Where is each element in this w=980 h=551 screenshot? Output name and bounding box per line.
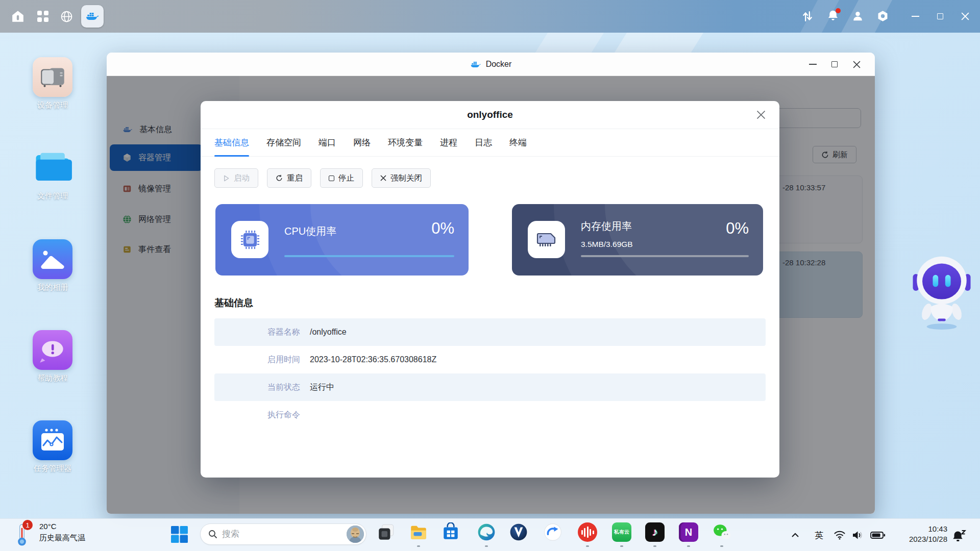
notification-bell-icon[interactable] <box>951 525 967 547</box>
memory-usage-card: 内存使用率 3.5MB/3.69GB 0% <box>512 204 763 276</box>
taskbar-app-wechat[interactable] <box>710 521 733 543</box>
cpu-usage-card: CPU使用率 0% <box>215 204 469 276</box>
tab-terminal[interactable]: 终端 <box>509 129 527 157</box>
docker-app-icon[interactable] <box>81 5 104 28</box>
settings-nut-icon[interactable] <box>877 10 889 22</box>
cpu-card-value: 0% <box>431 219 454 238</box>
force-close-label: 强制关闭 <box>390 173 422 184</box>
docker-window-titlebar: Docker <box>107 53 875 76</box>
tray-expand-chevron-icon[interactable] <box>788 524 803 546</box>
taskbar-app-onenote[interactable]: N <box>677 521 700 543</box>
taskbar-app-edge-browser[interactable] <box>475 521 498 543</box>
wifi-icon[interactable] <box>832 524 847 546</box>
taskbar-search-input[interactable] <box>222 529 324 539</box>
memory-card-detail: 3.5MB/3.69GB <box>581 240 633 249</box>
memory-card-title: 内存使用率 <box>581 219 632 233</box>
tray-input-language[interactable]: 英 <box>812 524 827 546</box>
tab-processes[interactable]: 进程 <box>440 129 457 157</box>
window-maximize-icon[interactable] <box>829 59 840 70</box>
cpu-card-title: CPU使用率 <box>284 224 336 238</box>
desktop-icon-file-manager[interactable]: 文件管理 <box>24 148 81 201</box>
music-bars-icon <box>578 522 597 542</box>
desktop-icon-photos[interactable]: 我的相册 <box>24 239 81 292</box>
desktop-icon-label: 任务管理器 <box>24 464 81 473</box>
globe-icon[interactable] <box>60 10 73 23</box>
modal-header: onlyoffice <box>201 101 779 129</box>
stop-button[interactable]: 停止 <box>320 168 363 188</box>
weather-desc[interactable]: 历史最高气温 <box>39 533 85 543</box>
tab-network[interactable]: 网络 <box>353 129 371 157</box>
notification-dot <box>836 8 841 13</box>
info-row-exec-command: 执行命令 <box>214 401 766 429</box>
running-indicator <box>653 545 656 547</box>
info-label: 启用时间 <box>214 355 300 365</box>
battery-icon[interactable] <box>869 524 887 546</box>
onenote-icon: N <box>679 522 698 542</box>
robot-assistant[interactable] <box>912 253 972 331</box>
desktop-icon-task-manager[interactable]: 任务管理器 <box>24 420 81 473</box>
apps-grid-icon[interactable] <box>37 11 48 22</box>
window-minimize-icon[interactable] <box>807 59 818 70</box>
file-manager-icon <box>33 148 72 188</box>
tab-storage[interactable]: 存储空间 <box>266 129 301 157</box>
desktop-icon-help-tutorial[interactable]: 帮助教程 <box>24 330 81 383</box>
system-maximize-icon[interactable] <box>935 11 946 21</box>
info-label: 执行命令 <box>214 410 300 420</box>
system-close-icon[interactable] <box>960 11 971 21</box>
input-language-label: 英 <box>815 530 824 541</box>
taskbar-app-private-cloud[interactable]: 私有云 <box>610 521 633 543</box>
window-close-icon[interactable] <box>851 59 862 70</box>
memory-card-value: 0% <box>726 219 749 238</box>
desktop-icon-label: 我的相册 <box>24 283 81 292</box>
help-tutorial-icon <box>33 330 72 370</box>
restart-label: 重启 <box>287 173 303 184</box>
modal-close-icon[interactable] <box>756 110 767 121</box>
tab-logs[interactable]: 日志 <box>475 129 492 157</box>
force-close-button[interactable]: 强制关闭 <box>372 168 431 188</box>
stop-icon <box>329 176 334 181</box>
desktop-streak <box>534 33 604 54</box>
tab-ports[interactable]: 端口 <box>318 129 336 157</box>
desktop-icon-label: 文件管理 <box>24 191 81 201</box>
tiktok-note-icon: ♪ <box>645 522 665 542</box>
taskbar-app-task-view[interactable] <box>375 521 398 543</box>
tab-env-vars[interactable]: 环境变量 <box>388 129 423 157</box>
start-label: 启动 <box>234 173 250 184</box>
search-icon <box>208 530 217 539</box>
home-icon[interactable] <box>11 10 25 22</box>
search-highlight-avatar[interactable] <box>347 525 364 543</box>
cpu-progress-bar <box>284 255 454 257</box>
taskbar-app-file-explorer[interactable] <box>407 521 430 543</box>
taskbar-app-microsoft-store[interactable] <box>439 521 462 543</box>
private-cloud-icon: 私有云 <box>612 522 631 542</box>
running-indicator <box>687 545 690 547</box>
weather-temp[interactable]: 20°C <box>39 522 57 531</box>
basic-info-table: 容器名称 /onlyoffice 启用时间 2023-10-28T02:36:3… <box>214 318 766 429</box>
taskbar-app-remote-arrow[interactable] <box>542 521 564 543</box>
taskbar-app-v[interactable] <box>507 521 530 543</box>
system-minimize-icon[interactable] <box>910 11 921 21</box>
restart-icon <box>276 174 283 182</box>
start-button[interactable]: 启动 <box>214 168 258 188</box>
start-button[interactable] <box>170 525 188 543</box>
ram-chip-icon <box>528 221 565 258</box>
volume-icon[interactable] <box>850 524 865 546</box>
taskbar-app-music[interactable] <box>576 521 599 543</box>
bell-icon[interactable] <box>827 10 839 24</box>
device-manager-icon <box>33 57 72 97</box>
tab-basic-info[interactable]: 基础信息 <box>214 129 249 157</box>
taskbar-app-tiktok[interactable]: ♪ <box>644 521 666 543</box>
tray-clock[interactable]: 10:43 2023/10/28 <box>909 524 947 544</box>
close-x-icon <box>380 175 386 181</box>
restart-button[interactable]: 重启 <box>267 168 311 188</box>
play-icon <box>223 175 230 182</box>
docker-whale-icon <box>470 60 481 69</box>
user-icon[interactable] <box>852 10 864 22</box>
info-value: 运行中 <box>310 382 334 393</box>
info-label: 当前状态 <box>214 382 300 393</box>
running-indicator <box>720 545 723 547</box>
tray-date: 2023/10/28 <box>909 534 947 544</box>
docker-window-title: Docker <box>486 60 512 69</box>
desktop-icon-device-manager[interactable]: 设备管理 <box>24 57 81 110</box>
transfer-icon[interactable] <box>802 10 813 22</box>
